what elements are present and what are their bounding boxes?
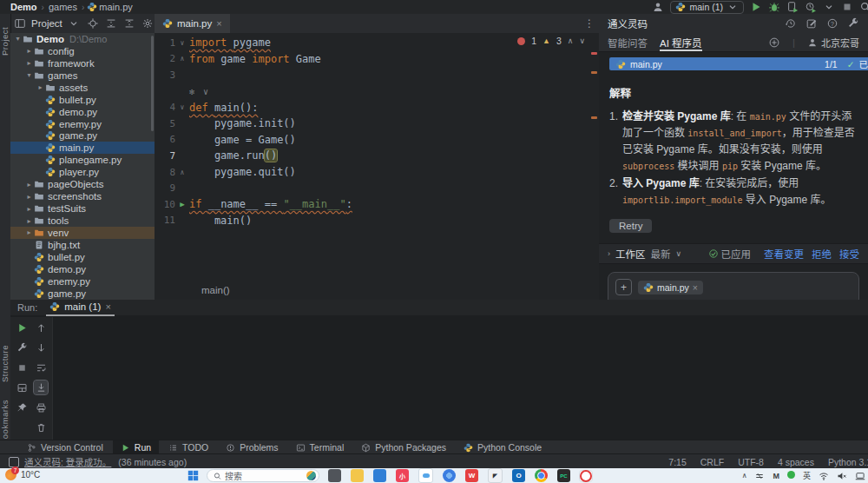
workspace-link-拒绝[interactable]: 拒绝 <box>812 247 832 261</box>
settings-icon[interactable] <box>141 17 154 30</box>
toolwindow-button-version-control[interactable]: Version Control <box>19 440 111 454</box>
error-stripe-mark[interactable] <box>591 52 597 55</box>
user-menu-icon[interactable] <box>652 1 664 13</box>
chevron-down-icon[interactable] <box>727 1 739 13</box>
status-message[interactable]: 通义灵码: 登录成功。 <box>24 455 111 468</box>
chevron-right-icon[interactable]: ▸ <box>24 59 34 67</box>
status-7-15[interactable]: 7:15 <box>668 457 686 467</box>
search-highlight-icon[interactable] <box>306 471 316 480</box>
tree-item-games[interactable]: ▾games <box>10 69 155 82</box>
taskbar-app-app-cloud[interactable] <box>418 468 433 483</box>
editor-tab-main-py[interactable]: main.py × <box>155 14 230 33</box>
taskbar-app-chrome[interactable] <box>535 469 548 482</box>
tray-bars-icon[interactable] <box>754 471 765 481</box>
editor-breadcrumb[interactable]: main() <box>201 285 230 295</box>
soft-wrap-icon[interactable] <box>34 361 48 374</box>
line-number[interactable]: 6 <box>155 134 175 145</box>
line-number[interactable]: 7 <box>155 150 175 162</box>
chevron-right-icon[interactable]: ▸ <box>24 205 34 213</box>
print-icon[interactable] <box>34 400 48 414</box>
run-tab-close-icon[interactable]: × <box>105 301 110 312</box>
tree-item-game.py[interactable]: game.py <box>10 288 155 300</box>
line-number[interactable]: 5 <box>155 118 175 129</box>
tree-item-demo.py[interactable]: demo.py <box>10 263 155 275</box>
lingma-status-icon[interactable] <box>9 457 19 467</box>
tree-item-Demo[interactable]: ▾DemoD:\Demo <box>10 33 155 45</box>
line-number[interactable]: 4 <box>155 102 175 113</box>
tree-item-main.py[interactable]: main.py <box>10 142 155 154</box>
scroll-to-end-icon[interactable] <box>34 380 48 394</box>
profiler-button[interactable] <box>805 1 817 13</box>
line-number[interactable]: 3 <box>155 69 175 81</box>
status-crlf[interactable]: CRLF <box>700 457 724 467</box>
chevron-right-icon[interactable]: ▸ <box>36 83 45 91</box>
run-line-gutter-icon[interactable]: ▶ <box>175 200 189 208</box>
run-tab[interactable]: main (1) × <box>46 299 115 316</box>
tray-green-dot-icon[interactable] <box>787 471 795 480</box>
tree-scrollbar[interactable] <box>151 36 154 131</box>
user-account[interactable]: 北京宏哥 <box>807 36 859 50</box>
breadcrumb-item-Demo[interactable]: Demo <box>10 2 37 12</box>
pin-tab-icon[interactable] <box>15 400 29 414</box>
tray-wifi-icon[interactable] <box>819 471 829 481</box>
tree-item-demo.py[interactable]: demo.py <box>10 106 155 118</box>
chevron-down-icon[interactable]: ▾ <box>13 35 23 43</box>
chevron-right-icon[interactable]: › <box>608 249 610 258</box>
ai-chat-input[interactable]: + main.py × 详细描述你的任务或者问题 qwen-2.5 ∨ Ctrl… <box>608 272 859 300</box>
taskbar-app-wps[interactable]: W <box>465 469 478 482</box>
line-number[interactable]: 11 <box>155 215 175 226</box>
tree-item-bjhg.txt[interactable]: bjhg.txt <box>10 239 155 251</box>
tab-ai-programmer[interactable]: AI 程序员 <box>660 33 702 51</box>
help-icon[interactable]: ? <box>826 17 838 30</box>
chevron-right-icon[interactable]: ▸ <box>24 217 34 225</box>
run-console[interactable] <box>49 317 868 440</box>
taskbar-app-pycharm[interactable]: PC <box>557 469 570 482</box>
rerun-button[interactable] <box>15 321 29 334</box>
start-button-icon[interactable] <box>187 470 199 481</box>
tree-item-enemy.py[interactable]: enemy.py <box>10 275 155 288</box>
tab-options-icon[interactable]: ⋮ <box>584 14 599 33</box>
run-config-select[interactable]: main (1) <box>670 1 744 14</box>
context-file-chip[interactable]: main.py × <box>638 281 703 294</box>
toolwindow-button-problems[interactable]: Problems <box>218 440 286 454</box>
run-button[interactable] <box>750 1 762 13</box>
taskbar-app-app-edge[interactable] <box>373 469 386 482</box>
down-stack-trace-icon[interactable] <box>34 341 48 354</box>
taskbar-app-browser[interactable] <box>443 469 456 482</box>
taskbar-app-outlook[interactable]: O <box>512 469 525 482</box>
workspace-link-查看变更[interactable]: 查看变更 <box>764 247 804 261</box>
tree-item-bullet.py[interactable]: bullet.py <box>10 251 155 263</box>
line-number[interactable]: 10 <box>155 199 175 210</box>
taskbar-app-app-red[interactable]: 小 <box>396 469 409 482</box>
tree-item-testSuits[interactable]: ▸testSuits <box>10 202 155 215</box>
tree-item-config[interactable]: ▸config <box>10 45 155 57</box>
stop-button[interactable] <box>841 1 853 13</box>
taskbar-app-cursor-app[interactable]: ◤ <box>488 468 503 483</box>
tray-volume-muted-icon[interactable] <box>837 471 847 481</box>
fold-icon[interactable]: ∧ <box>175 169 189 176</box>
workspace-label[interactable]: 工作区 <box>615 247 646 261</box>
chevron-down-icon[interactable]: ∨ <box>676 249 682 258</box>
workspace-latest[interactable]: 最新 <box>651 247 671 261</box>
clear-all-icon[interactable] <box>34 420 48 434</box>
line-number[interactable]: 2 <box>155 53 175 64</box>
code-editor[interactable]: 1∨import pygame2∧from game import Game3✻… <box>155 33 599 300</box>
tree-item-assets[interactable]: ▸assets <box>10 82 155 94</box>
retry-button[interactable]: Retry <box>609 219 652 233</box>
history-icon[interactable] <box>785 17 797 30</box>
toolwindow-button-todo[interactable]: TODO <box>161 440 216 454</box>
status-python-3.10[interactable]: Python 3.10 <box>828 457 868 467</box>
project-panel-title[interactable]: Project <box>31 18 62 29</box>
tree-item-framework[interactable]: ▸framework <box>10 57 155 69</box>
chip-close-icon[interactable]: × <box>693 282 698 293</box>
stop-disabled-icon[interactable] <box>15 361 29 374</box>
tree-item-game.py[interactable]: game.py <box>10 130 155 142</box>
new-chat-icon[interactable] <box>806 17 818 30</box>
debug-button[interactable] <box>768 1 780 13</box>
add-context-button[interactable]: + <box>615 279 632 295</box>
toolwindow-button-python-console[interactable]: Python Console <box>456 440 549 454</box>
select-opened-file-icon[interactable] <box>87 17 99 30</box>
stripe-project[interactable]: Project <box>0 19 10 63</box>
tray-laptop-icon[interactable] <box>855 471 865 481</box>
fold-icon[interactable]: ∨ <box>175 39 189 47</box>
